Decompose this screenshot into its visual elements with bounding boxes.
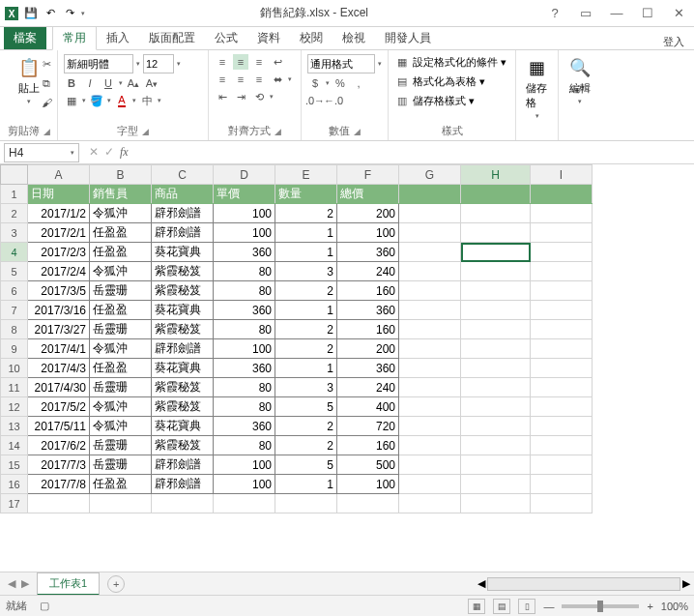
help-button[interactable]: ? <box>543 6 566 20</box>
cell-H1[interactable] <box>461 185 531 204</box>
cell-E4[interactable]: 1 <box>275 243 337 262</box>
cell-E10[interactable]: 1 <box>275 359 337 378</box>
cell-G5[interactable] <box>399 262 461 281</box>
view-pagelayout-button[interactable]: ▤ <box>493 599 510 614</box>
cell-B17[interactable] <box>90 494 152 513</box>
row-header-4[interactable]: 4 <box>1 243 28 262</box>
currency-button[interactable]: $ <box>307 75 323 91</box>
row-header-6[interactable]: 6 <box>1 281 28 301</box>
cell-C12[interactable]: 紫霞秘笈 <box>152 397 214 417</box>
name-box[interactable]: H4▾ <box>4 143 79 162</box>
cell-E11[interactable]: 3 <box>275 378 337 397</box>
cell-C14[interactable]: 紫霞秘笈 <box>152 436 214 455</box>
align-center-button[interactable]: ≡ <box>233 72 248 87</box>
align-right-button[interactable]: ≡ <box>251 72 267 87</box>
cell-E12[interactable]: 5 <box>275 397 337 417</box>
cell-B5[interactable]: 令狐沖 <box>90 262 152 281</box>
row-header-5[interactable]: 5 <box>1 262 28 281</box>
column-header-G[interactable]: G <box>399 165 461 185</box>
cell-C1[interactable]: 商品 <box>152 185 214 204</box>
phonetic-button[interactable]: 中 <box>139 93 155 108</box>
cell-I5[interactable] <box>531 262 593 281</box>
formula-input[interactable] <box>134 143 694 162</box>
cell-I17[interactable] <box>531 494 593 513</box>
cell-G15[interactable] <box>399 455 461 475</box>
cell-E17[interactable] <box>275 494 337 513</box>
signin-link[interactable]: 登入 <box>663 35 690 49</box>
zoom-out-button[interactable]: — <box>543 601 554 612</box>
cell-I4[interactable] <box>531 243 593 262</box>
row-header-12[interactable]: 12 <box>1 397 28 417</box>
cell-F15[interactable]: 500 <box>337 455 399 475</box>
tab-developer[interactable]: 開發人員 <box>375 27 441 49</box>
cell-D12[interactable]: 80 <box>214 397 275 417</box>
cell-D11[interactable]: 80 <box>214 378 275 397</box>
cell-F8[interactable]: 160 <box>337 320 399 339</box>
cell-F10[interactable]: 360 <box>337 359 399 378</box>
tab-review[interactable]: 校閱 <box>290 27 333 49</box>
row-header-8[interactable]: 8 <box>1 320 28 339</box>
sheet-nav-next-icon[interactable]: ▶ <box>21 577 29 590</box>
merge-button[interactable]: ⬌ <box>270 72 285 87</box>
format-as-table-button[interactable]: ▤格式化為表格▾ <box>394 73 509 89</box>
cell-C2[interactable]: 辟邪劍譜 <box>152 204 214 223</box>
cell-H11[interactable] <box>461 378 531 397</box>
wrap-text-button[interactable]: ↩ <box>270 54 285 70</box>
tab-data[interactable]: 資料 <box>247 27 290 49</box>
cell-H10[interactable] <box>461 359 531 378</box>
cell-I15[interactable] <box>531 455 593 475</box>
row-header-16[interactable]: 16 <box>1 475 28 494</box>
cell-G8[interactable] <box>399 320 461 339</box>
grow-font-button[interactable]: A▴ <box>126 75 141 91</box>
cell-C17[interactable] <box>152 494 214 513</box>
align-dialog-icon[interactable]: ◢ <box>275 127 281 136</box>
redo-icon[interactable]: ↷ <box>62 6 77 21</box>
conditional-formatting-button[interactable]: ▦設定格式化的條件▾ <box>394 54 509 70</box>
cell-G11[interactable] <box>399 378 461 397</box>
cell-D14[interactable]: 80 <box>214 436 275 455</box>
cell-H17[interactable] <box>461 494 531 513</box>
cell-A1[interactable]: 日期 <box>28 185 90 204</box>
cell-H15[interactable] <box>461 455 531 475</box>
cell-G12[interactable] <box>399 397 461 417</box>
tab-pagelayout[interactable]: 版面配置 <box>139 27 205 49</box>
enter-formula-icon[interactable]: ✓ <box>104 145 114 160</box>
spreadsheet-grid[interactable]: ABCDEFGHI1日期銷售員商品單價數量總價22017/1/2令狐沖辟邪劍譜1… <box>0 164 694 572</box>
macro-record-icon[interactable]: ▢ <box>37 599 52 614</box>
cell-D17[interactable] <box>214 494 275 513</box>
cell-styles-button[interactable]: ▥儲存格樣式▾ <box>394 93 509 108</box>
cell-A11[interactable]: 2017/4/30 <box>28 378 90 397</box>
cell-H3[interactable] <box>461 223 531 243</box>
cell-G13[interactable] <box>399 417 461 436</box>
cell-I2[interactable] <box>531 204 593 223</box>
bold-button[interactable]: B <box>64 75 79 91</box>
tab-home[interactable]: 常用 <box>52 26 97 50</box>
font-size-input[interactable] <box>143 54 174 73</box>
cell-A13[interactable]: 2017/5/11 <box>28 417 90 436</box>
cell-A14[interactable]: 2017/6/2 <box>28 436 90 455</box>
minimize-button[interactable]: — <box>605 6 628 20</box>
ribbon-toggle-button[interactable]: ▭ <box>574 6 597 20</box>
cell-D4[interactable]: 360 <box>214 243 275 262</box>
font-dialog-icon[interactable]: ◢ <box>142 127 149 136</box>
cell-B16[interactable]: 任盈盈 <box>90 475 152 494</box>
maximize-button[interactable]: ☐ <box>636 6 659 20</box>
cell-H6[interactable] <box>461 281 531 301</box>
cell-B3[interactable]: 任盈盈 <box>90 223 152 243</box>
cell-D13[interactable]: 360 <box>214 417 275 436</box>
cell-I7[interactable] <box>531 301 593 320</box>
align-middle-button[interactable]: ≡ <box>233 54 248 70</box>
cell-B12[interactable]: 令狐沖 <box>90 397 152 417</box>
cell-E13[interactable]: 2 <box>275 417 337 436</box>
align-left-button[interactable]: ≡ <box>215 72 230 87</box>
cell-C9[interactable]: 辟邪劍譜 <box>152 339 214 359</box>
row-header-3[interactable]: 3 <box>1 223 28 243</box>
column-header-F[interactable]: F <box>337 165 399 185</box>
cell-I1[interactable] <box>531 185 593 204</box>
cell-A9[interactable]: 2017/4/1 <box>28 339 90 359</box>
row-header-1[interactable]: 1 <box>1 185 28 204</box>
cell-I13[interactable] <box>531 417 593 436</box>
increase-indent-button[interactable]: ⇥ <box>233 89 248 104</box>
cell-C8[interactable]: 紫霞秘笈 <box>152 320 214 339</box>
undo-icon[interactable]: ↶ <box>43 6 58 21</box>
